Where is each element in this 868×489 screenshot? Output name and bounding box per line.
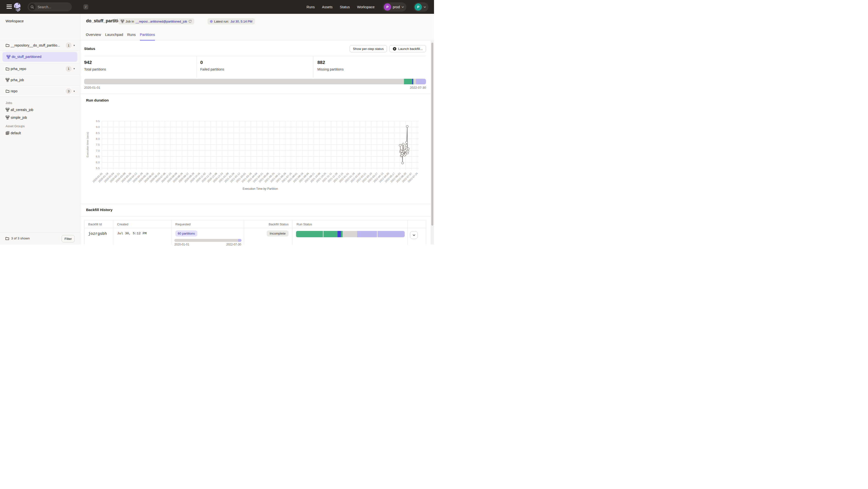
- bar-segment: [84, 79, 404, 84]
- requested-range-start: 2020-01-01: [174, 243, 189, 244]
- sidebar-item-repo[interactable]: repo 3 ▾: [0, 86, 80, 97]
- bar-segment: [404, 79, 412, 84]
- svg-text:9.5: 9.5: [96, 120, 100, 123]
- table-row-cell-created: Jul 30, 5:12 PM: [113, 228, 172, 244]
- tab-overview[interactable]: Overview: [86, 32, 101, 40]
- table-row-cell-id: jozrgsbh: [84, 228, 113, 244]
- run-status-dot-icon: [210, 20, 213, 23]
- job-header: do_stuff_partitioned Job in __reposi...a…: [80, 14, 434, 40]
- jobs-section-label: Jobs: [6, 101, 12, 105]
- svg-text:5.5: 5.5: [96, 167, 100, 170]
- top-navigation-bar: / Runs Assets Status Workspace P prod P: [0, 0, 434, 14]
- deployment-avatar: P: [384, 3, 391, 11]
- requested-partitions-badge[interactable]: 60 partitions: [175, 230, 197, 236]
- bar-segment: [341, 231, 343, 237]
- job-origin-prefix: Job in: [126, 20, 134, 23]
- deployment-switcher[interactable]: P prod: [383, 2, 406, 12]
- nav-runs[interactable]: Runs: [307, 5, 315, 9]
- job-icon: [6, 55, 10, 59]
- bar-segment: [338, 231, 341, 237]
- main-content: do_stuff_partitioned Job in __reposi...a…: [80, 14, 434, 244]
- bar-segment: [377, 231, 405, 237]
- bar-segment: [238, 239, 242, 242]
- svg-text:9.0: 9.0: [96, 126, 100, 128]
- partition-range-end: 2022-07-30: [410, 86, 426, 90]
- status-heading: Status: [84, 46, 95, 51]
- chevron-down-icon: [402, 6, 404, 8]
- nav-status[interactable]: Status: [340, 5, 350, 9]
- user-avatar: P: [414, 3, 422, 11]
- partition-range-start: 2020-01-01: [84, 86, 100, 90]
- svg-text:7.0: 7.0: [96, 149, 100, 152]
- backfill-id-link[interactable]: jozrgsbh: [88, 232, 107, 236]
- partition-status-bar[interactable]: [84, 79, 426, 84]
- tab-launchpad[interactable]: Launchpad: [105, 32, 123, 40]
- bar-segment: [416, 79, 426, 84]
- svg-text:7.5: 7.5: [96, 143, 100, 146]
- sidebar-item-all-cereals-job[interactable]: all_cereals_job: [0, 106, 80, 113]
- row-expand-button[interactable]: [410, 231, 418, 239]
- latest-run-label: Latest run:: [214, 20, 229, 23]
- nav-assets[interactable]: Assets: [322, 5, 333, 9]
- refresh-icon[interactable]: [188, 20, 192, 23]
- asset-groups-section-label: Asset Groups: [6, 124, 25, 128]
- caret-down-icon[interactable]: ▾: [73, 44, 75, 47]
- folder-icon: [6, 89, 9, 93]
- column-header-backfill-id: Backfill Id: [84, 220, 113, 228]
- created-timestamp: Jul 30, 5:12 PM: [117, 232, 147, 235]
- column-header-actions: [408, 220, 426, 228]
- job-tabs: Overview Launchpad Runs Partitions: [86, 32, 155, 40]
- caret-down-icon[interactable]: ▾: [73, 90, 75, 93]
- svg-text:6.5: 6.5: [96, 155, 100, 158]
- run-status-bar[interactable]: [296, 231, 405, 237]
- table-row-cell-backfill-status: Incomplete: [244, 228, 293, 244]
- show-per-step-status-button[interactable]: Show per-step status: [350, 45, 387, 52]
- svg-text:Execution Time by Partition: Execution Time by Partition: [243, 187, 278, 191]
- latest-run-link[interactable]: Jul 30, 5:14 PM: [230, 20, 252, 23]
- global-search: /: [28, 2, 72, 11]
- job-origin-link[interactable]: __reposi...artitioned@partitioned_job: [135, 20, 187, 23]
- backfill-history-table: Backfill Id Created Requested Backfill S…: [84, 220, 426, 244]
- plus-circle-icon: [393, 47, 396, 51]
- search-icon: [29, 3, 36, 10]
- column-header-created: Created: [113, 220, 172, 228]
- svg-text:6.0: 6.0: [96, 161, 100, 164]
- table-row-cell-requested: 60 partitions: [172, 228, 244, 244]
- sidebar-item-repository[interactable]: __repository__do_stuff_partitio... 1 ▾: [0, 40, 80, 51]
- chevron-down-icon: [424, 6, 426, 8]
- backfill-history-heading: Backfill History: [86, 208, 113, 212]
- sidebar-item-do-stuff-partitioned[interactable]: do_stuff_partitioned: [2, 52, 78, 62]
- caret-down-icon[interactable]: ▾: [73, 67, 75, 70]
- svg-text:8.0: 8.0: [96, 137, 100, 140]
- repo-count-badge: 1: [66, 66, 71, 72]
- filter-button[interactable]: Filter: [62, 235, 75, 242]
- sidebar-item-prha-job[interactable]: prha_job: [0, 74, 80, 86]
- folder-icon: [6, 67, 9, 71]
- launch-backfill-button[interactable]: Launch backfill...: [390, 45, 426, 52]
- repos-shown-count: 3 of 3 shown: [11, 236, 30, 240]
- column-header-requested: Requested: [172, 220, 244, 228]
- search-input[interactable]: [36, 5, 84, 9]
- bar-segment: [174, 239, 238, 242]
- hamburger-menu-icon[interactable]: [6, 5, 12, 9]
- svg-text:Execution time (secs): Execution time (secs): [86, 132, 89, 157]
- column-header-backfill-status: Backfill Status: [244, 220, 293, 228]
- repo-count-badge: 1: [66, 42, 71, 48]
- search-shortcut-badge: /: [84, 4, 88, 9]
- tab-partitions[interactable]: Partitions: [140, 32, 155, 40]
- workspace-sidebar: Workspace __repository__do_stuff_partiti…: [0, 14, 80, 244]
- nav-workspace[interactable]: Workspace: [357, 5, 375, 9]
- sidebar-item-simple-job[interactable]: simple_job: [0, 113, 80, 121]
- scrollbar-thumb[interactable]: [431, 43, 433, 226]
- user-menu[interactable]: P: [414, 2, 428, 12]
- job-icon: [121, 20, 124, 23]
- chevron-down-icon: [413, 234, 415, 236]
- stat-failed-partitions: 0 Failed partitions: [200, 60, 224, 71]
- svg-text:8.5: 8.5: [96, 132, 100, 134]
- bar-segment: [357, 231, 377, 237]
- sidebar-item-prha-repo[interactable]: prha_repo 1 ▾: [0, 63, 80, 74]
- dagster-logo-icon[interactable]: [13, 2, 22, 12]
- requested-range-end: 2022-07-30: [226, 243, 241, 244]
- tab-runs[interactable]: Runs: [127, 32, 136, 40]
- sidebar-item-default-asset-group[interactable]: default: [0, 129, 80, 137]
